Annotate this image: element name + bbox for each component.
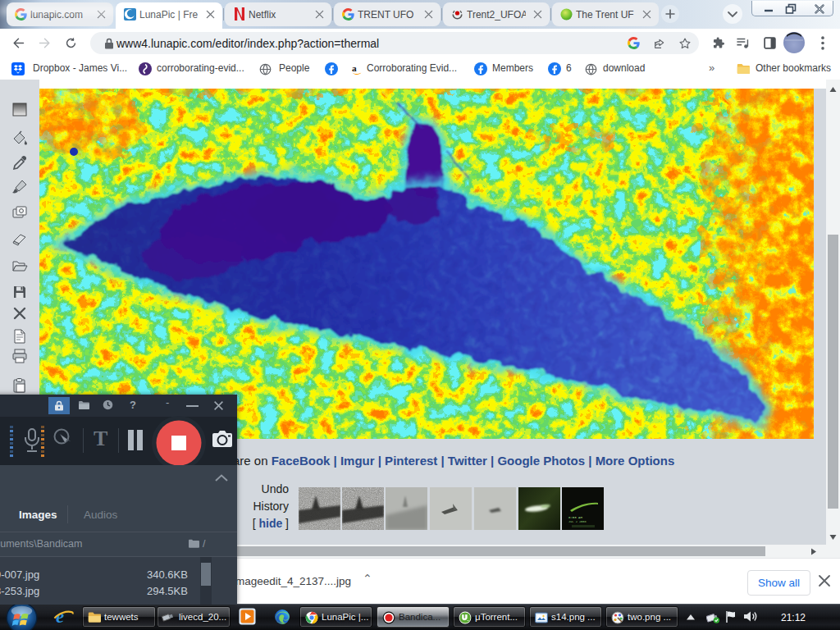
- svg-text:a: a: [352, 63, 357, 73]
- svg-text:8:03 AM: 8:03 AM: [568, 516, 582, 519]
- svg-text:JUL 2 2008: JUL 2 2008: [568, 520, 587, 523]
